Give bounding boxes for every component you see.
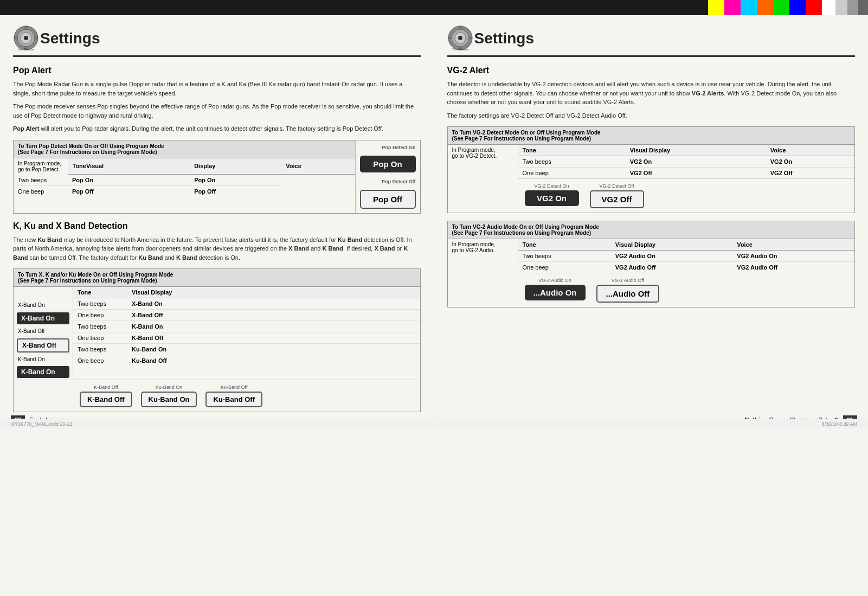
vg2-detect-th-display: Visual Display [626, 145, 766, 156]
kband-off-tone: One beep [73, 332, 127, 344]
print-footer: XRS9770_MANL.indd 20-21 8/30/10 8:39 AM [0, 419, 868, 428]
pop-table-row-off: One beep Pop Off Pop Off [14, 186, 355, 197]
kband-off-badge-group: K-Band Off K-Band Off [80, 384, 132, 407]
left-header-title: Settings [40, 30, 100, 47]
kuband-on-tone: Two beeps [73, 344, 127, 355]
vg2-audio-on-badge: ...Audio On [525, 285, 586, 300]
vg2-detect-header-row: Tone Visual Display Voice [518, 145, 855, 156]
left-top-bar [0, 0, 390, 15]
pop-row2-tone: One beep [14, 186, 68, 197]
top-bar-gray [847, 0, 858, 15]
vg2-detect-th-voice: Voice [766, 145, 854, 156]
xband-off-tone: One beep [73, 310, 127, 321]
vg2-audio-on-badge-group: VG-2 Audio On ...Audio On [525, 278, 586, 303]
pop-row2-voice: Pop Off [190, 186, 281, 197]
pop-table-in-program-cell: In Program mode, go to Pop Detect. [14, 158, 68, 175]
vg2-detect-row-on: Two beeps VG2 On VG2 On [518, 156, 855, 168]
x-band-on-badge: X-Band On [17, 312, 69, 324]
print-filename: XRS9770_MANL.indd 20-21 [11, 421, 73, 427]
left-header: Your Detector Settings [13, 25, 421, 57]
pop-alert-para3-rest: will alert you to Pop radar signals. Dur… [41, 125, 383, 132]
band-row-kband-off: One beep K-Band Off [73, 332, 420, 344]
svg-point-3 [24, 36, 28, 40]
vg2-audio-off-display: VG2 Audio Off [611, 262, 733, 273]
vg2-detect-instruction-header: To Turn VG-2 Detect Mode On or Off Using… [448, 127, 855, 145]
band-detection-para: The new Ku Band may be introduced to Nor… [13, 235, 421, 262]
x-band-off-badge: X-Band Off [17, 338, 69, 353]
pop-table-th-tone: ToneVisual [68, 158, 190, 175]
top-bar-red [806, 0, 822, 15]
band-instruction-header: To Turn X, K and/or Ku Mode On or Off Us… [14, 269, 420, 287]
vg2-bold: VG-2 Alerts [692, 90, 724, 97]
band-row-kuband-on: Two beeps Ku-Band On [73, 344, 420, 355]
pop-table-row-on: Two beeps Pop On Pop On [14, 175, 355, 186]
vg2-audio-th-tone: Tone [518, 239, 611, 251]
vg2-audio-off-tone: One beep [518, 262, 611, 273]
pop-instruction-table: In Program mode, go to Pop Detect. ToneV… [14, 158, 355, 197]
pop-table-th-display: Display [190, 158, 281, 175]
vg2-detect-in-program: In Program mode,go to VG-2 Detect. [448, 145, 518, 178]
vg2-detect-off-tone: One beep [518, 168, 626, 179]
right-header-title: Settings [474, 30, 534, 47]
right-header-icon: Your Detector [447, 25, 474, 52]
vg2-audio-off-badge: ...Audio Off [596, 285, 660, 303]
band-th-display: Visual Display [127, 287, 420, 298]
right-top-bar [390, 0, 868, 15]
band-instruction-box: To Turn X, K and/or Ku Mode On or Off Us… [13, 268, 421, 412]
pop-badges-column: Pop Detect On Pop On Pop Detect Off Pop … [355, 140, 420, 213]
vg2-para2: The factory settings are VG-2 Detect Off… [447, 111, 856, 120]
pop-instruction-left: To Turn Pop Detect Mode On or Off Using … [14, 140, 355, 213]
vg2-detect-off-badge-group: VG-2 Detect Off VG2 Off [590, 183, 644, 208]
vg2-audio-row-off: One beep VG2 Audio Off VG2 Audio Off [518, 262, 855, 273]
pop-instruction-header: To Turn Pop Detect Mode On or Off Using … [14, 140, 355, 158]
pop-alert-bold: Pop Alert [13, 125, 40, 132]
vg2-audio-content: In Program mode,go to VG-2 Audio. Tone V… [448, 239, 855, 273]
pop-alert-instruction-box: To Turn Pop Detect Mode On or Off Using … [13, 140, 421, 214]
kuband-on-display: Ku-Band On [127, 344, 420, 355]
top-bar-yellow [708, 0, 724, 15]
kuband-on-badge-display: Ku-Band On [141, 392, 197, 407]
top-bar-dark [390, 0, 708, 15]
top-bar-magenta [724, 0, 741, 15]
pop-off-badge: Pop Off [360, 190, 416, 209]
kuband-on-badge-label: Ku-Band On [156, 384, 183, 390]
pop-in-program-label: In Program mode, [18, 161, 61, 166]
pop-table-header-row: In Program mode, go to Pop Detect. ToneV… [14, 158, 355, 175]
band-row-kband-on: Two beeps K-Band On [73, 321, 420, 332]
pop-on-badge: Pop On [360, 156, 416, 172]
band-row-xband-on: Two beeps X-Band On [73, 298, 420, 310]
kuband-off-tone: One beep [73, 355, 127, 367]
vg2-detect-content: In Program mode,go to VG-2 Detect. Tone … [448, 145, 855, 178]
vg2-audio-off-label: VG-2 Audio Off [612, 278, 644, 283]
pop-table-th-voice: Voice [281, 158, 355, 175]
vg2-detect-table: Tone Visual Display Voice Two beeps VG2 … [518, 145, 855, 178]
xband-on-tone: Two beeps [73, 298, 127, 310]
kband-off-display: K-Band Off [127, 332, 420, 344]
xband-on-display: X-Band On [127, 298, 420, 310]
band-side-labels: X-Band On X-Band On X-Band Off X-Band Of… [14, 287, 73, 380]
vg2-detect-off-voice: VG2 Off [766, 168, 854, 179]
top-bar-lightgray [835, 0, 847, 15]
vg2-detect-on-badge-group: VG-2 Detect On VG2 On [525, 183, 579, 208]
top-bar-white [822, 0, 835, 15]
kuband-off-badge-display: Ku-Band Off [205, 392, 262, 407]
kuband-off-badge-group: Ku-Band Off Ku-Band Off [205, 384, 262, 407]
pop-alert-para2: The Pop mode receiver senses Pop singles… [13, 102, 421, 120]
kuband-on-badge-group: Ku-Band On Ku-Band On [141, 384, 197, 407]
vg2-audio-on-display: VG2 Audio On [611, 251, 733, 262]
vg2-off-badge: VG2 Off [590, 190, 644, 208]
pop-alert-title: Pop Alert [13, 66, 421, 75]
right-page: Your Detector Settings VG-2 Alert The de… [434, 15, 869, 428]
band-table-header-row: Tone Visual Display [73, 287, 420, 298]
left-header-icon: Your Detector [13, 25, 40, 52]
top-bar-darkgray [858, 0, 868, 15]
vg2-detect-instruction-box: To Turn VG-2 Detect Mode On or Off Using… [447, 126, 856, 213]
top-bar-green [773, 0, 789, 15]
pop-go-to-label: go to Pop Detect. [18, 166, 60, 172]
kband-off-badge-label: K-Band Off [94, 384, 118, 390]
vg2-para1: The detector is undetectable by VG-2 det… [447, 80, 856, 107]
vg2-audio-row-on: Two beeps VG2 Audio On VG2 Audio On [518, 251, 855, 262]
pop-row2-display: Pop Off [68, 186, 190, 197]
kband-on-display: K-Band On [127, 321, 420, 332]
pop-detect-on-label: Pop Detect On [360, 145, 416, 150]
